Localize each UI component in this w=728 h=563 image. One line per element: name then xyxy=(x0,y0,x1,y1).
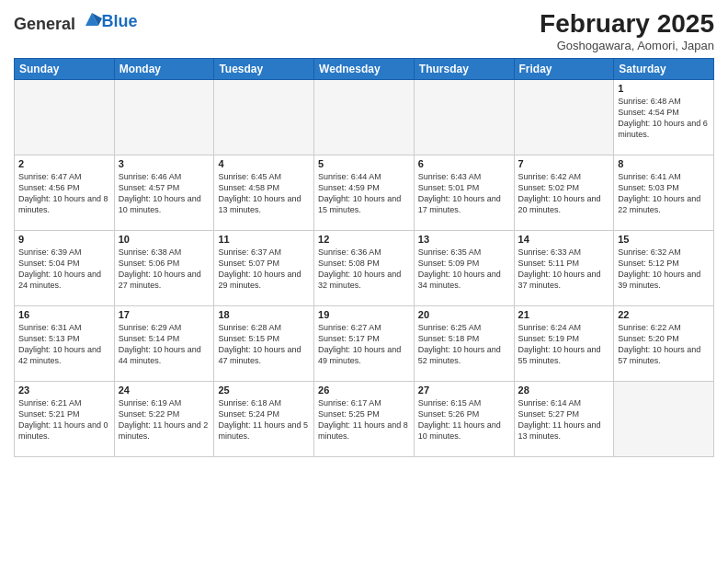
calendar-cell xyxy=(114,80,214,155)
header-sunday: Sunday xyxy=(15,59,115,80)
header-monday: Monday xyxy=(114,59,214,80)
calendar-cell: 26Sunrise: 6:17 AM Sunset: 5:25 PM Dayli… xyxy=(314,382,415,457)
title-section: February 2025 Goshogawara, Aomori, Japan xyxy=(540,9,714,52)
day-info: Sunrise: 6:33 AM Sunset: 5:11 PM Dayligh… xyxy=(518,247,610,292)
day-number: 22 xyxy=(618,309,710,320)
calendar-cell xyxy=(614,382,714,457)
calendar-cell: 20Sunrise: 6:25 AM Sunset: 5:18 PM Dayli… xyxy=(414,306,514,382)
calendar-week-0: 1Sunrise: 6:48 AM Sunset: 4:54 PM Daylig… xyxy=(15,80,714,155)
day-info: Sunrise: 6:36 AM Sunset: 5:08 PM Dayligh… xyxy=(318,247,410,292)
day-info: Sunrise: 6:38 AM Sunset: 5:06 PM Dayligh… xyxy=(119,247,210,292)
calendar-cell: 3Sunrise: 6:46 AM Sunset: 4:57 PM Daylig… xyxy=(114,155,214,231)
day-info: Sunrise: 6:43 AM Sunset: 5:01 PM Dayligh… xyxy=(418,171,510,216)
calendar-cell: 18Sunrise: 6:28 AM Sunset: 5:15 PM Dayli… xyxy=(214,306,314,382)
day-number: 24 xyxy=(119,385,210,396)
day-number: 27 xyxy=(418,385,510,396)
calendar-cell: 21Sunrise: 6:24 AM Sunset: 5:19 PM Dayli… xyxy=(514,306,614,382)
day-number: 11 xyxy=(218,234,310,245)
calendar-cell xyxy=(15,80,115,155)
day-number: 21 xyxy=(518,309,610,320)
calendar-cell: 15Sunrise: 6:32 AM Sunset: 5:12 PM Dayli… xyxy=(614,231,714,306)
calendar-header-row: Sunday Monday Tuesday Wednesday Thursday… xyxy=(15,59,714,80)
day-number: 19 xyxy=(318,309,410,320)
day-info: Sunrise: 6:25 AM Sunset: 5:18 PM Dayligh… xyxy=(418,322,510,367)
logo-icon xyxy=(82,9,102,29)
day-number: 13 xyxy=(418,234,510,245)
header-tuesday: Tuesday xyxy=(214,59,314,80)
day-number: 17 xyxy=(119,309,210,320)
day-info: Sunrise: 6:15 AM Sunset: 5:26 PM Dayligh… xyxy=(418,397,510,442)
calendar-week-2: 9Sunrise: 6:39 AM Sunset: 5:04 PM Daylig… xyxy=(15,231,714,306)
day-info: Sunrise: 6:24 AM Sunset: 5:19 PM Dayligh… xyxy=(518,322,610,367)
day-number: 14 xyxy=(518,234,610,245)
header-friday: Friday xyxy=(514,59,614,80)
day-info: Sunrise: 6:47 AM Sunset: 4:56 PM Dayligh… xyxy=(18,171,110,216)
day-number: 3 xyxy=(119,158,210,169)
calendar-cell: 9Sunrise: 6:39 AM Sunset: 5:04 PM Daylig… xyxy=(15,231,115,306)
calendar-cell: 17Sunrise: 6:29 AM Sunset: 5:14 PM Dayli… xyxy=(114,306,214,382)
day-number: 4 xyxy=(218,158,310,169)
logo-blue-text: Blue xyxy=(102,12,138,30)
day-number: 18 xyxy=(218,309,310,320)
calendar-cell: 14Sunrise: 6:33 AM Sunset: 5:11 PM Dayli… xyxy=(514,231,614,306)
day-number: 15 xyxy=(618,234,710,245)
day-info: Sunrise: 6:18 AM Sunset: 5:24 PM Dayligh… xyxy=(218,397,310,442)
day-info: Sunrise: 6:32 AM Sunset: 5:12 PM Dayligh… xyxy=(618,247,710,292)
calendar-cell: 27Sunrise: 6:15 AM Sunset: 5:26 PM Dayli… xyxy=(414,382,514,457)
calendar-cell: 28Sunrise: 6:14 AM Sunset: 5:27 PM Dayli… xyxy=(514,382,614,457)
day-info: Sunrise: 6:19 AM Sunset: 5:22 PM Dayligh… xyxy=(119,397,210,442)
calendar-cell: 19Sunrise: 6:27 AM Sunset: 5:17 PM Dayli… xyxy=(314,306,415,382)
calendar-week-1: 2Sunrise: 6:47 AM Sunset: 4:56 PM Daylig… xyxy=(15,155,714,231)
day-info: Sunrise: 6:46 AM Sunset: 4:57 PM Dayligh… xyxy=(119,171,210,216)
day-number: 10 xyxy=(119,234,210,245)
header-thursday: Thursday xyxy=(414,59,514,80)
calendar-cell xyxy=(514,80,614,155)
calendar-cell: 10Sunrise: 6:38 AM Sunset: 5:06 PM Dayli… xyxy=(114,231,214,306)
day-info: Sunrise: 6:41 AM Sunset: 5:03 PM Dayligh… xyxy=(618,171,710,216)
header-wednesday: Wednesday xyxy=(314,59,415,80)
calendar-cell: 16Sunrise: 6:31 AM Sunset: 5:13 PM Dayli… xyxy=(15,306,115,382)
calendar-cell: 24Sunrise: 6:19 AM Sunset: 5:22 PM Dayli… xyxy=(114,382,214,457)
calendar-cell: 2Sunrise: 6:47 AM Sunset: 4:56 PM Daylig… xyxy=(15,155,115,231)
calendar-cell: 22Sunrise: 6:22 AM Sunset: 5:20 PM Dayli… xyxy=(614,306,714,382)
calendar-week-4: 23Sunrise: 6:21 AM Sunset: 5:21 PM Dayli… xyxy=(15,382,714,457)
calendar-cell: 7Sunrise: 6:42 AM Sunset: 5:02 PM Daylig… xyxy=(514,155,614,231)
day-number: 16 xyxy=(18,309,110,320)
day-info: Sunrise: 6:44 AM Sunset: 4:59 PM Dayligh… xyxy=(318,171,410,216)
day-number: 25 xyxy=(218,385,310,396)
day-info: Sunrise: 6:28 AM Sunset: 5:15 PM Dayligh… xyxy=(218,322,310,367)
day-number: 1 xyxy=(618,83,710,94)
day-number: 20 xyxy=(418,309,510,320)
calendar-cell: 23Sunrise: 6:21 AM Sunset: 5:21 PM Dayli… xyxy=(15,382,115,457)
calendar-cell: 13Sunrise: 6:35 AM Sunset: 5:09 PM Dayli… xyxy=(414,231,514,306)
day-number: 9 xyxy=(18,234,110,245)
day-number: 28 xyxy=(518,385,610,396)
calendar-cell: 6Sunrise: 6:43 AM Sunset: 5:01 PM Daylig… xyxy=(414,155,514,231)
page: General Blue February 2025 Goshogawara, … xyxy=(0,0,728,563)
day-number: 26 xyxy=(318,385,410,396)
calendar-cell: 4Sunrise: 6:45 AM Sunset: 4:58 PM Daylig… xyxy=(214,155,314,231)
header: General Blue February 2025 Goshogawara, … xyxy=(14,9,714,52)
day-info: Sunrise: 6:39 AM Sunset: 5:04 PM Dayligh… xyxy=(18,247,110,292)
day-info: Sunrise: 6:45 AM Sunset: 4:58 PM Dayligh… xyxy=(218,171,310,216)
calendar-cell xyxy=(314,80,415,155)
day-number: 7 xyxy=(518,158,610,169)
day-info: Sunrise: 6:35 AM Sunset: 5:09 PM Dayligh… xyxy=(418,247,510,292)
logo: General Blue xyxy=(14,9,138,34)
day-number: 8 xyxy=(618,158,710,169)
calendar-cell xyxy=(214,80,314,155)
day-number: 12 xyxy=(318,234,410,245)
calendar-cell: 8Sunrise: 6:41 AM Sunset: 5:03 PM Daylig… xyxy=(614,155,714,231)
logo-general-text: General xyxy=(14,15,75,33)
calendar-table: Sunday Monday Tuesday Wednesday Thursday… xyxy=(14,58,714,457)
calendar-cell: 11Sunrise: 6:37 AM Sunset: 5:07 PM Dayli… xyxy=(214,231,314,306)
day-info: Sunrise: 6:31 AM Sunset: 5:13 PM Dayligh… xyxy=(18,322,110,367)
day-number: 23 xyxy=(18,385,110,396)
day-info: Sunrise: 6:29 AM Sunset: 5:14 PM Dayligh… xyxy=(119,322,210,367)
day-number: 2 xyxy=(18,158,110,169)
day-info: Sunrise: 6:48 AM Sunset: 4:54 PM Dayligh… xyxy=(618,96,710,141)
day-info: Sunrise: 6:42 AM Sunset: 5:02 PM Dayligh… xyxy=(518,171,610,216)
calendar-cell: 1Sunrise: 6:48 AM Sunset: 4:54 PM Daylig… xyxy=(614,80,714,155)
day-info: Sunrise: 6:27 AM Sunset: 5:17 PM Dayligh… xyxy=(318,322,410,367)
header-saturday: Saturday xyxy=(614,59,714,80)
